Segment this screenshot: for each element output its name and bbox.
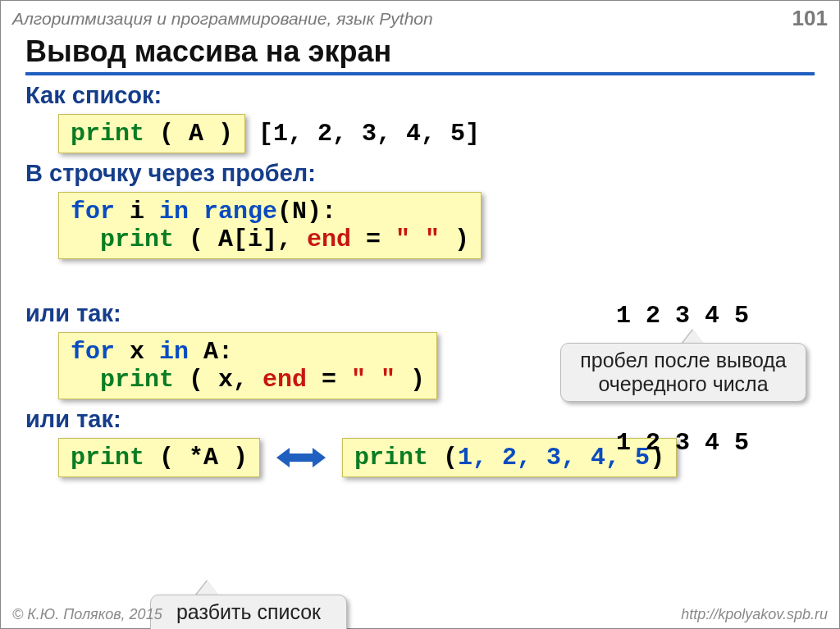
- callout-tail-2: [196, 581, 219, 595]
- content-area: Как список: print ( A ) [1, 2, 3, 4, 5] …: [1, 82, 839, 477]
- heading-as-list: Как список:: [25, 82, 815, 109]
- code-for-in-a: for x in A: print ( x, end = " " ): [58, 332, 437, 399]
- page-number: 101: [792, 6, 828, 31]
- course-title: Алгоритмизация и программирование, язык …: [12, 9, 433, 29]
- bidirectional-arrow-icon: [276, 444, 326, 471]
- slide-title: Вывод массива на экран: [25, 34, 815, 75]
- output-loop-2: 1 2 3 4 5: [616, 429, 749, 457]
- footer-url: http://kpolyakov.spb.ru: [681, 606, 828, 623]
- code-print-star-a: print ( *A ): [58, 438, 260, 477]
- output-loop-1: 1 2 3 4 5: [616, 302, 749, 330]
- slide-footer: © К.Ю. Поляков, 2015 http://kpolyakov.sp…: [12, 606, 828, 623]
- code-for-range: for i in range(N): print ( A[i], end = "…: [58, 192, 482, 259]
- slide-header: Алгоритмизация и программирование, язык …: [1, 1, 839, 34]
- output-list: [1, 2, 3, 4, 5]: [258, 120, 480, 148]
- code-print-a: print ( A ): [58, 114, 245, 153]
- svg-marker-0: [276, 448, 326, 467]
- heading-inline-space: В строчку через пробел:: [25, 160, 815, 187]
- callout-space: пробел после вывода очередного числа: [560, 343, 806, 402]
- footer-copyright: © К.Ю. Поляков, 2015: [12, 606, 162, 623]
